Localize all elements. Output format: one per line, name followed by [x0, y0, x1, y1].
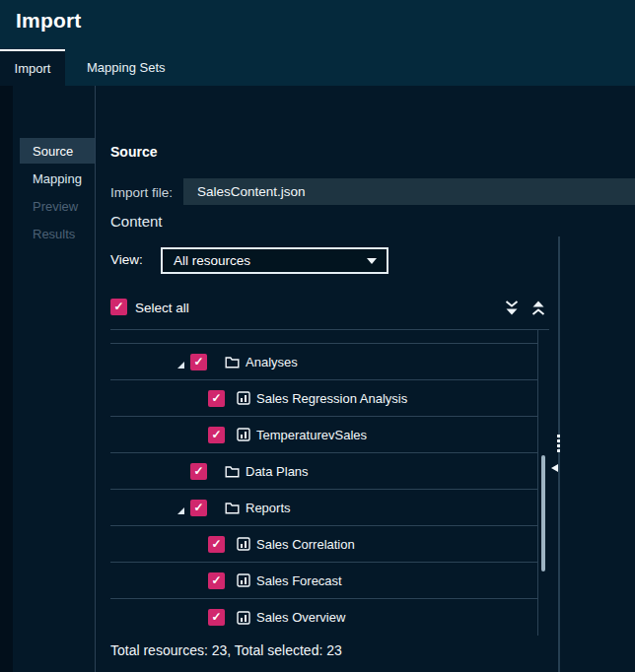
folder-icon — [225, 465, 240, 478]
tab-strip: Import Mapping Sets — [0, 49, 635, 86]
step-source-label: Source — [33, 144, 73, 159]
tree-row-label: Data Plans — [246, 464, 309, 479]
source-heading: Source — [110, 144, 157, 160]
folder-icon — [225, 502, 240, 514]
row-checkbox[interactable] — [190, 500, 207, 516]
report-icon — [237, 537, 250, 551]
tree-row[interactable]: Sales Regression Analysis — [110, 380, 537, 417]
left-gutter — [0, 86, 13, 672]
tree-row[interactable]: Sales Correlation — [110, 526, 537, 563]
select-all-checkbox[interactable] — [110, 299, 127, 315]
dialog-title: Import — [16, 9, 82, 33]
import-dialog: Import Import Mapping Sets Source Mappin… — [0, 0, 635, 672]
step-results: Results — [20, 221, 95, 246]
tree-row[interactable]: Data Plans — [110, 453, 537, 490]
splitter-collapse-arrow-icon[interactable] — [551, 464, 558, 472]
report-icon — [237, 611, 250, 625]
row-checkbox[interactable] — [208, 390, 225, 407]
tree-row-label: Sales Correlation — [256, 537, 355, 552]
tab-import-label: Import — [15, 61, 51, 76]
step-mapping[interactable]: Mapping — [20, 166, 95, 191]
expand-toggle-icon[interactable] — [176, 358, 185, 367]
wizard-steps: Source Mapping Preview Results — [20, 138, 95, 248]
folder-icon — [225, 356, 240, 369]
row-checkbox[interactable] — [190, 463, 207, 480]
expand-toggle-icon[interactable] — [176, 504, 185, 512]
tree-right-border — [537, 330, 538, 636]
tab-mapping-sets-label: Mapping Sets — [87, 60, 166, 75]
step-mapping-label: Mapping — [33, 171, 82, 186]
report-icon — [237, 391, 250, 405]
double-chevron-up-icon — [530, 300, 546, 316]
tree-row[interactable]: Sales Overview — [110, 599, 537, 636]
tree-row-label: TemperaturevSales — [256, 428, 367, 442]
dropdown-caret-icon — [367, 258, 377, 264]
row-checkbox[interactable] — [208, 427, 225, 443]
expand-all-button[interactable] — [504, 300, 520, 316]
row-checkbox[interactable] — [208, 536, 225, 553]
sidebar-divider — [95, 86, 96, 672]
dialog-header: Import Import Mapping Sets — [0, 0, 635, 86]
tree-row-label: Reports — [246, 501, 291, 515]
tree-row[interactable]: Analyses — [110, 344, 537, 380]
tree-row-label: Sales Overview — [256, 610, 345, 625]
scrollbar-thumb[interactable] — [541, 455, 545, 571]
collapse-all-button[interactable] — [530, 300, 546, 316]
tree-row[interactable]: TemperaturevSales — [110, 417, 537, 453]
double-chevron-down-icon — [504, 300, 520, 316]
content-heading: Content — [110, 213, 163, 230]
tab-import[interactable]: Import — [0, 49, 65, 86]
view-label: View: — [110, 252, 143, 267]
resource-tree: Analyses Sales Regression Analysis Tempe… — [110, 329, 549, 635]
select-all-label: Select all — [135, 301, 189, 315]
import-file-value: SalesContent.json — [197, 184, 306, 199]
step-results-label: Results — [33, 227, 75, 241]
tree-row[interactable]: Sales Forecast — [110, 563, 537, 599]
row-checkbox[interactable] — [208, 572, 225, 589]
step-source[interactable]: Source — [20, 138, 95, 164]
step-preview: Preview — [20, 193, 95, 219]
import-file-input[interactable]: SalesContent.json — [183, 178, 635, 205]
row-checkbox[interactable] — [190, 354, 207, 370]
tree-row-label: Sales Regression Analysis — [256, 391, 407, 406]
report-icon — [237, 573, 250, 587]
view-dropdown[interactable]: All resources — [161, 247, 388, 274]
row-checkbox[interactable] — [208, 609, 225, 626]
splitter-grip-icon[interactable] — [557, 435, 561, 454]
panel-splitter[interactable] — [558, 236, 560, 672]
import-file-label: Import file: — [110, 185, 173, 200]
tab-mapping-sets[interactable]: Mapping Sets — [65, 49, 187, 86]
select-all-row: Select all — [110, 299, 549, 318]
tree-row-label: Analyses — [246, 355, 298, 370]
totals-text: Total resources: 23, Total selected: 23 — [110, 642, 342, 658]
step-preview-label: Preview — [33, 199, 78, 214]
tree-row[interactable]: Reports — [110, 490, 537, 526]
tree-row-partial — [110, 330, 537, 344]
tree-row-label: Sales Forecast — [256, 573, 342, 588]
view-dropdown-value: All resources — [174, 253, 250, 268]
report-icon — [237, 428, 250, 441]
